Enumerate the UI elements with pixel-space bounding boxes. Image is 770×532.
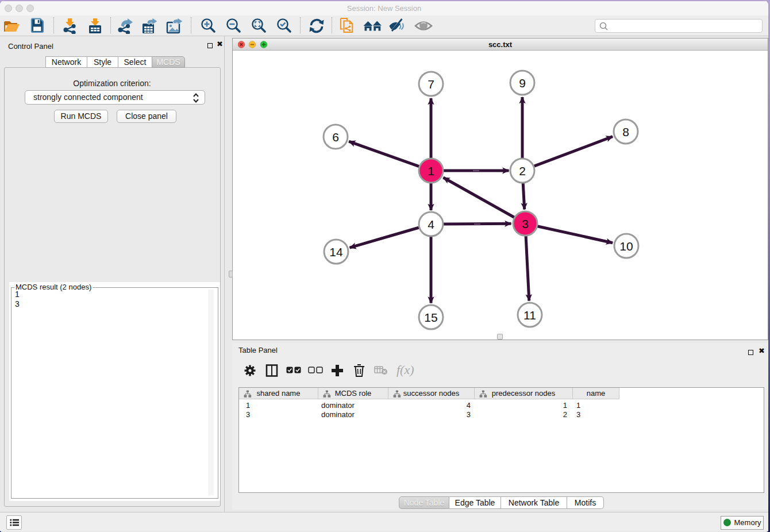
- svg-text:15: 15: [424, 311, 437, 324]
- svg-text:11: 11: [523, 309, 536, 322]
- svg-text:3: 3: [522, 217, 529, 230]
- svg-text:8: 8: [622, 125, 629, 138]
- svg-text:10: 10: [619, 240, 633, 253]
- svg-text:4: 4: [428, 218, 434, 231]
- svg-text:9: 9: [519, 76, 526, 90]
- svg-text:1: 1: [428, 164, 434, 178]
- svg-text:2: 2: [519, 164, 526, 178]
- svg-text:14: 14: [329, 245, 343, 259]
- svg-text:6: 6: [332, 130, 339, 144]
- svg-text:7: 7: [428, 78, 434, 91]
